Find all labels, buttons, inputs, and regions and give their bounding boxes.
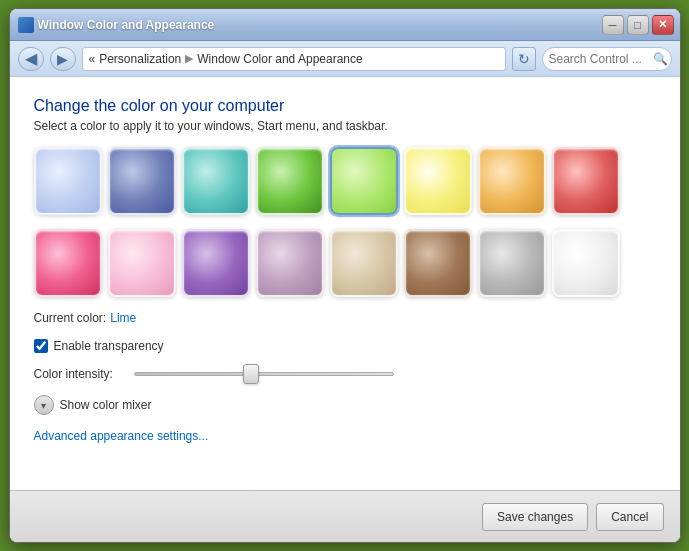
current-color-value: Lime <box>110 311 136 325</box>
intensity-row: Color intensity: <box>34 367 656 381</box>
titlebar: Window Color and Appearance ─ □ ✕ <box>10 9 680 41</box>
swatch-tan[interactable] <box>330 229 398 297</box>
titlebar-left: Window Color and Appearance <box>18 17 215 33</box>
breadcrumb-part1: Personalization <box>99 52 181 66</box>
maximize-button[interactable]: □ <box>627 15 649 35</box>
close-button[interactable]: ✕ <box>652 15 674 35</box>
current-color-label: Current color: <box>34 311 107 325</box>
minimize-button[interactable]: ─ <box>602 15 624 35</box>
search-box[interactable]: 🔍 <box>542 47 672 71</box>
forward-button[interactable]: ▶ <box>50 47 76 71</box>
forward-icon: ▶ <box>57 51 68 67</box>
transparency-row: Enable transparency <box>34 339 656 353</box>
back-icon: ◀ <box>25 49 37 68</box>
page-title: Change the color on your computer <box>34 97 656 115</box>
swatch-gray[interactable] <box>478 229 546 297</box>
titlebar-buttons: ─ □ ✕ <box>602 15 674 35</box>
transparency-label[interactable]: Enable transparency <box>54 339 164 353</box>
page-header: Change the color on your computer Select… <box>34 97 656 133</box>
color-mixer-row: ▾ Show color mixer <box>34 395 656 415</box>
main-window: Window Color and Appearance ─ □ ✕ ◀ ▶ « … <box>9 8 681 543</box>
breadcrumb-prefix: « <box>89 52 96 66</box>
search-icon: 🔍 <box>653 52 668 66</box>
swatch-yellow[interactable] <box>404 147 472 215</box>
swatches-row-1 <box>34 147 656 215</box>
refresh-button[interactable]: ↻ <box>512 47 536 71</box>
content-area: Change the color on your computer Select… <box>10 77 680 490</box>
swatch-lime[interactable] <box>330 147 398 215</box>
swatch-orange[interactable] <box>478 147 546 215</box>
window-title: Window Color and Appearance <box>38 18 215 32</box>
swatches-row-2 <box>34 229 656 297</box>
swatch-teal[interactable] <box>182 147 250 215</box>
swatch-white[interactable] <box>552 229 620 297</box>
window-icon <box>18 17 34 33</box>
addressbar: ◀ ▶ « Personalization ▶ Window Color and… <box>10 41 680 77</box>
swatch-green[interactable] <box>256 147 324 215</box>
breadcrumb-sep: ▶ <box>185 52 193 65</box>
swatch-blue[interactable] <box>108 147 176 215</box>
save-button[interactable]: Save changes <box>482 503 588 531</box>
search-input[interactable] <box>549 52 649 66</box>
swatch-red[interactable] <box>552 147 620 215</box>
expand-color-mixer-button[interactable]: ▾ <box>34 395 54 415</box>
swatch-sky[interactable] <box>34 147 102 215</box>
color-mixer-label: Show color mixer <box>60 398 152 412</box>
intensity-slider-track <box>134 372 394 376</box>
swatch-purple[interactable] <box>182 229 250 297</box>
footer: Save changes Cancel <box>10 490 680 542</box>
swatch-mauve[interactable] <box>256 229 324 297</box>
current-color-row: Current color: Lime <box>34 311 656 325</box>
advanced-appearance-link[interactable]: Advanced appearance settings... <box>34 429 656 443</box>
chevron-down-icon: ▾ <box>41 400 46 411</box>
transparency-checkbox[interactable] <box>34 339 48 353</box>
breadcrumb-part2: Window Color and Appearance <box>197 52 362 66</box>
page-subtitle: Select a color to apply it to your windo… <box>34 119 656 133</box>
swatch-pink[interactable] <box>34 229 102 297</box>
swatch-lpink[interactable] <box>108 229 176 297</box>
back-button[interactable]: ◀ <box>18 47 44 71</box>
intensity-slider-thumb[interactable] <box>243 364 259 384</box>
cancel-button[interactable]: Cancel <box>596 503 663 531</box>
intensity-label: Color intensity: <box>34 367 124 381</box>
address-bar[interactable]: « Personalization ▶ Window Color and App… <box>82 47 506 71</box>
swatch-brown[interactable] <box>404 229 472 297</box>
refresh-icon: ↻ <box>518 51 530 67</box>
